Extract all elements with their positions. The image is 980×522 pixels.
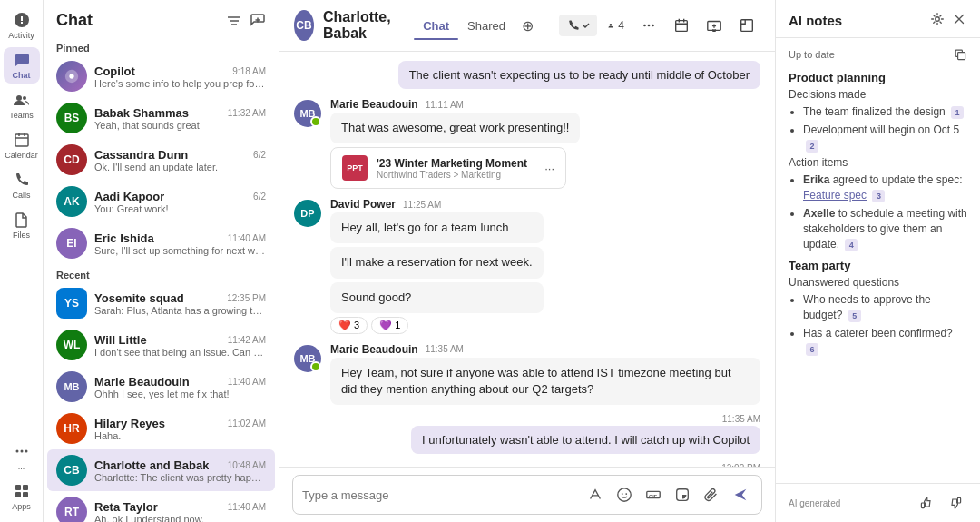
ai-actions-list: Erika agreed to update the spec: Feature… bbox=[789, 172, 967, 251]
reference-badge[interactable]: 4 bbox=[845, 239, 858, 251]
emoji-icon[interactable] bbox=[612, 483, 636, 507]
tab-shared[interactable]: Shared bbox=[458, 12, 514, 40]
attachment-more-icon[interactable]: ··· bbox=[544, 162, 554, 175]
chat-item-preview: Ok. I'll send an update later. bbox=[94, 162, 266, 172]
chat-item-copilot[interactable]: Copilot9:18 AM Here's some info to help … bbox=[47, 55, 275, 97]
svg-rect-9 bbox=[23, 492, 28, 497]
sidebar-item-files[interactable]: Files bbox=[4, 207, 40, 243]
avatar: HR bbox=[56, 413, 87, 444]
reaction-count: 1 bbox=[395, 320, 400, 330]
reference-badge[interactable]: 6 bbox=[806, 343, 818, 356]
sidebar-item-calls[interactable]: Calls bbox=[4, 167, 40, 203]
chat-item-yosemite[interactable]: YS Yosemite squad12:35 PM Sarah: Plus, A… bbox=[47, 282, 275, 324]
reactions: ❤️ 3 💜 1 bbox=[330, 317, 544, 334]
message-bubble: Hey all, let's go for a team lunch bbox=[330, 212, 544, 243]
attach-icon[interactable] bbox=[700, 483, 723, 507]
pinned-section-label: Pinned bbox=[44, 37, 279, 55]
svg-point-5 bbox=[24, 450, 27, 453]
chat-item-name: Reta Taylor bbox=[94, 500, 158, 514]
reaction-heart[interactable]: ❤️ 3 bbox=[330, 317, 368, 334]
svg-rect-20 bbox=[676, 21, 688, 32]
tab-add[interactable]: ⊕ bbox=[514, 12, 541, 40]
ai-notes-settings-icon[interactable] bbox=[929, 11, 946, 30]
chat-list-panel: Chat Pinned Copilot9:18 AM Here's some i… bbox=[44, 0, 279, 522]
sidebar-item-more[interactable]: ... bbox=[4, 438, 40, 475]
svg-rect-22 bbox=[741, 20, 753, 32]
svg-point-25 bbox=[625, 493, 627, 495]
avatar: RT bbox=[56, 497, 87, 522]
chat-item-hilary[interactable]: HR Hilary Reyes11:02 AM Haha. bbox=[47, 408, 275, 449]
send-button[interactable] bbox=[729, 483, 752, 507]
reference-badge[interactable]: 2 bbox=[806, 140, 818, 153]
chat-item-preview: Haha. bbox=[94, 430, 266, 441]
ai-notes-actions bbox=[929, 11, 967, 30]
ai-questions-list: Who needs to approve the budget? 5 Has a… bbox=[789, 292, 967, 356]
message-david-1: DP David Power 11:25 AM Hey all, let's g… bbox=[294, 198, 760, 334]
sidebar-item-calendar[interactable]: Calendar bbox=[4, 127, 40, 163]
pop-out-button[interactable] bbox=[733, 12, 760, 39]
more-options-button[interactable] bbox=[635, 12, 662, 39]
chat-item-time: 11:40 AM bbox=[228, 377, 266, 387]
sidebar-item-chat[interactable]: Chat bbox=[4, 47, 40, 84]
ai-notes-panel: AI notes Up to date Product planning Dec… bbox=[775, 0, 980, 522]
sidebar: Activity Chat Teams Calendar Calls Files… bbox=[0, 0, 44, 522]
sidebar-item-apps[interactable]: Apps bbox=[4, 478, 40, 515]
message-input[interactable] bbox=[302, 488, 578, 502]
avatar: MB bbox=[56, 371, 87, 402]
chat-item-eric[interactable]: EI Eric Ishida11:40 AM Sure, I'll set up… bbox=[47, 222, 275, 264]
new-chat-icon[interactable] bbox=[250, 13, 266, 29]
ai-notes-header: AI notes bbox=[776, 0, 980, 38]
format-icon[interactable] bbox=[583, 483, 607, 507]
chat-item-time: 9:18 AM bbox=[232, 66, 266, 76]
reference-badge[interactable]: 1 bbox=[951, 106, 964, 119]
copy-icon[interactable] bbox=[953, 47, 967, 62]
sender-avatar: DP bbox=[294, 200, 321, 227]
chat-item-name: Babak Shammas bbox=[94, 106, 189, 120]
svg-rect-31 bbox=[921, 503, 924, 508]
ai-notes-close-button[interactable] bbox=[951, 11, 967, 30]
svg-point-29 bbox=[936, 17, 940, 22]
ai-notes-footer: AI generated bbox=[776, 483, 980, 522]
ai-footer-actions bbox=[915, 491, 967, 515]
chat-item-babak[interactable]: BS Babak Shammas11:32 AM Yeah, that soun… bbox=[47, 97, 275, 139]
call-button[interactable] bbox=[559, 15, 597, 36]
message-time: 11:35 AM bbox=[426, 344, 464, 354]
chat-item-name: Aadi Kapoor bbox=[94, 190, 164, 203]
chat-item-aadi[interactable]: AK Aadi Kapoor6/2 You: Great work! bbox=[47, 181, 275, 222]
chat-list-header: Chat bbox=[44, 0, 279, 37]
tab-chat[interactable]: Chat bbox=[414, 12, 458, 40]
filter-icon[interactable] bbox=[226, 13, 242, 29]
share-screen-button[interactable] bbox=[701, 12, 728, 39]
chat-item-time: 12:35 PM bbox=[227, 293, 266, 303]
sidebar-item-activity[interactable]: Activity bbox=[4, 7, 40, 44]
attachment-card[interactable]: PPT '23 Winter Marketing Moment Northwin… bbox=[330, 147, 566, 189]
feature-spec-link[interactable]: Feature spec bbox=[803, 189, 867, 202]
chat-item-charlotte-babak[interactable]: CB Charlotte and Babak10:48 AM Charlotte… bbox=[47, 449, 275, 491]
sidebar-item-teams[interactable]: Teams bbox=[4, 87, 40, 123]
thumbs-down-button[interactable] bbox=[944, 491, 967, 515]
reference-badge[interactable]: 3 bbox=[872, 190, 885, 202]
chat-item-time: 10:48 AM bbox=[228, 460, 266, 470]
svg-rect-2 bbox=[15, 134, 28, 146]
chat-item-will[interactable]: WL Will Little11:42 AM I don't see that … bbox=[47, 324, 275, 366]
chat-list-title: Chat bbox=[56, 11, 93, 30]
thumbs-up-button[interactable] bbox=[915, 491, 938, 515]
reaction-purple[interactable]: 💜 1 bbox=[371, 317, 408, 334]
ai-list-item: Development will begin on Oct 5 2 bbox=[803, 123, 967, 153]
chat-header-avatar: CB bbox=[294, 10, 314, 41]
svg-point-1 bbox=[23, 96, 26, 100]
schedule-call-button[interactable] bbox=[668, 12, 695, 39]
sidebar-teams-label: Teams bbox=[9, 111, 34, 120]
gif-icon[interactable]: GIF bbox=[642, 483, 665, 507]
chat-item-reta[interactable]: RT Reta Taylor11:40 AM Ah, ok I understa… bbox=[47, 491, 275, 522]
svg-point-18 bbox=[648, 25, 651, 27]
chat-item-marie[interactable]: MB Marie Beaudouin11:40 AM Ohhh I see, y… bbox=[47, 366, 275, 408]
participants-button[interactable]: 4 bbox=[603, 12, 630, 39]
chat-item-preview: I don't see that being an issue. Can you… bbox=[94, 347, 266, 358]
avatar: BS bbox=[56, 103, 87, 133]
reference-badge[interactable]: 5 bbox=[848, 310, 861, 322]
chat-item-cassandra[interactable]: CD Cassandra Dunn6/2 Ok. I'll send an up… bbox=[47, 139, 275, 181]
sticker-icon[interactable] bbox=[671, 483, 694, 507]
chat-item-time: 11:32 AM bbox=[228, 108, 266, 118]
avatar bbox=[56, 61, 87, 92]
